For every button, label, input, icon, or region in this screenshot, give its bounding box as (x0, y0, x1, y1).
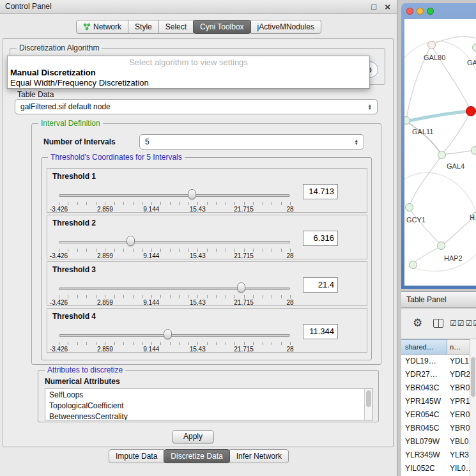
table-row[interactable]: YDR27…YDR2… (401, 368, 476, 381)
apply-button[interactable]: Apply (172, 430, 214, 443)
cell-shared-name[interactable]: YBR043C (401, 381, 447, 395)
table-row[interactable]: YER054CYER0… (401, 408, 476, 422)
network-node[interactable] (409, 261, 417, 269)
table-row[interactable]: YBR045CYBR0… (401, 422, 476, 435)
threshold-box-2: Threshold 2 -3.4262.8599.14415.4321.7152… (47, 215, 367, 259)
bottom-tab-bar: Impute Data Discretize Data Infer Networ… (0, 449, 397, 463)
columns-icon[interactable] (433, 319, 443, 328)
table-row[interactable]: YIL052CYIL0… (401, 462, 476, 475)
slider-track[interactable] (59, 288, 290, 290)
network-canvas[interactable]: GAL80GAGAL11GAL4GCY1HAP2H (404, 19, 476, 286)
tick-label: 28 (286, 206, 293, 213)
gear-icon[interactable]: ⚙ (413, 316, 422, 330)
cell-shared-name[interactable]: YDR27… (401, 368, 447, 381)
tab-style[interactable]: Style (128, 20, 159, 34)
network-node[interactable] (472, 43, 476, 52)
table-data-combobox[interactable]: galFiltered.sif default node ▲ ▼ (15, 99, 378, 114)
dropdown-hint-option[interactable]: Select algorithm to view settings (8, 57, 369, 68)
tab-select[interactable]: Select (158, 20, 194, 34)
tick-label: 15.43 (190, 299, 206, 306)
tick-label: 9.144 (143, 346, 159, 353)
threshold-slider[interactable]: -3.4262.8599.14415.4321.71528 (59, 328, 290, 352)
attributes-group: Attributes to discretize Numerical Attri… (38, 370, 379, 422)
select-all-checkboxes-icon[interactable]: ☑☑ (465, 319, 476, 328)
table-row[interactable]: YLR345WYLR3… (401, 449, 476, 462)
zoom-button[interactable] (427, 8, 434, 15)
combo-stepper-icon[interactable]: ▲ ▼ (355, 139, 358, 146)
tick-label: -3.426 (50, 252, 68, 259)
arrow-down-icon: ▼ (355, 142, 358, 146)
number-of-intervals-combobox[interactable]: 5 ▲ ▼ (139, 134, 364, 150)
slider-thumb[interactable] (237, 282, 245, 293)
list-scrollbar[interactable] (364, 389, 372, 420)
network-node[interactable] (404, 116, 410, 125)
float-window-icon[interactable]: □ (371, 0, 376, 13)
threshold-slider[interactable]: -3.4262.8599.14415.4321.71528 (59, 188, 290, 212)
cell-shared-name[interactable]: YIL052C (401, 462, 447, 475)
slider-thumb[interactable] (188, 189, 196, 199)
cell-shared-name[interactable]: YLR345W (401, 449, 447, 462)
tick-label: 28 (286, 252, 293, 259)
list-item[interactable]: SelfLoops (45, 390, 372, 401)
table-row[interactable]: YBR043CYBR0… (401, 381, 476, 395)
combo-stepper-icon[interactable]: ▲ ▼ (368, 104, 372, 111)
threshold-slider[interactable]: -3.4262.8599.14415.4321.71528 (59, 234, 290, 259)
table-scrollbar[interactable] (470, 339, 476, 476)
threshold-value-field[interactable]: 6.316 (303, 231, 338, 246)
tab-impute-data[interactable]: Impute Data (109, 449, 164, 463)
scrollbar-thumb[interactable] (366, 390, 371, 407)
close-window-icon[interactable]: × (385, 0, 390, 13)
slider-track[interactable] (59, 334, 290, 337)
tab-cyni-toolbox[interactable]: Cyni Toolbox (193, 20, 250, 34)
numerical-attributes-list[interactable]: SelfLoops TopologicalCoefficient Between… (45, 388, 373, 420)
numerical-attributes-label: Numerical Attributes (45, 377, 120, 386)
cell-shared-name[interactable]: YBL079W (401, 435, 447, 449)
network-edge (411, 254, 476, 271)
column-header-shared-name[interactable]: shared… (401, 339, 447, 355)
network-node[interactable] (466, 106, 476, 116)
tab-label: Discretize Data (171, 452, 222, 461)
minimize-button[interactable] (417, 8, 424, 15)
tab-network[interactable]: Network (76, 20, 128, 34)
cell-shared-name[interactable]: YER054C (401, 408, 447, 422)
threshold-value-field[interactable]: 11.344 (303, 324, 338, 339)
select-checkboxes-icon[interactable]: ☑☑ (450, 319, 465, 328)
scrollbar-thumb[interactable] (471, 357, 475, 397)
slider-scale: -3.4262.8599.14415.4321.71528 (59, 299, 290, 306)
tab-infer-network[interactable]: Infer Network (229, 449, 289, 463)
network-node[interactable] (471, 146, 476, 155)
cell-shared-name[interactable]: YBR045C (401, 422, 447, 435)
tick-label: 21.715 (234, 206, 254, 213)
list-item[interactable]: TopologicalCoefficient (45, 401, 372, 411)
slider-track[interactable] (59, 194, 290, 197)
tab-discretize-data[interactable]: Discretize Data (164, 449, 229, 463)
network-node[interactable] (405, 203, 413, 211)
threshold-value-field[interactable]: 14.713 (303, 184, 338, 199)
threshold-label: Threshold 3 (52, 265, 96, 274)
table-row[interactable]: YBL079WYBL0… (401, 435, 476, 449)
slider-thumb[interactable] (164, 329, 172, 339)
dropdown-option-equal-width[interactable]: Equal Width/Frequency Discretization (8, 78, 369, 88)
network-node[interactable] (438, 151, 446, 159)
table-row[interactable]: YPR145WYPR1… (401, 395, 476, 408)
threshold-box-3: Threshold 3 -3.4262.8599.14415.4321.7152… (47, 261, 367, 306)
attributes-group-title: Attributes to discretize (45, 365, 125, 374)
threshold-value-field[interactable]: 21.4 (303, 277, 338, 293)
slider-thumb[interactable] (127, 236, 135, 246)
tick-label: -3.426 (50, 346, 68, 353)
thresholds-group-title: Threshold's Coordinates for 5 Intervals (48, 153, 185, 162)
tick-label: -3.426 (50, 299, 68, 306)
tab-jactivemnodules[interactable]: jActiveMNodules (250, 20, 321, 34)
cell-shared-name[interactable]: YDL19… (401, 355, 447, 368)
slider-track[interactable] (59, 241, 290, 243)
cell-shared-name[interactable]: YPR145W (401, 395, 447, 408)
network-node[interactable] (427, 41, 436, 49)
tick-label: 15.43 (190, 346, 206, 353)
threshold-slider[interactable]: -3.4262.8599.14415.4321.71528 (59, 281, 290, 305)
slider-ticks (59, 249, 291, 252)
list-item[interactable]: BetweennessCentrality (45, 411, 372, 420)
table-row[interactable]: YDL19…YDL1… (401, 355, 476, 368)
dropdown-option-manual-discretization[interactable]: Manual Discretization (8, 68, 369, 78)
close-button[interactable] (406, 8, 413, 15)
network-node[interactable] (437, 242, 445, 250)
